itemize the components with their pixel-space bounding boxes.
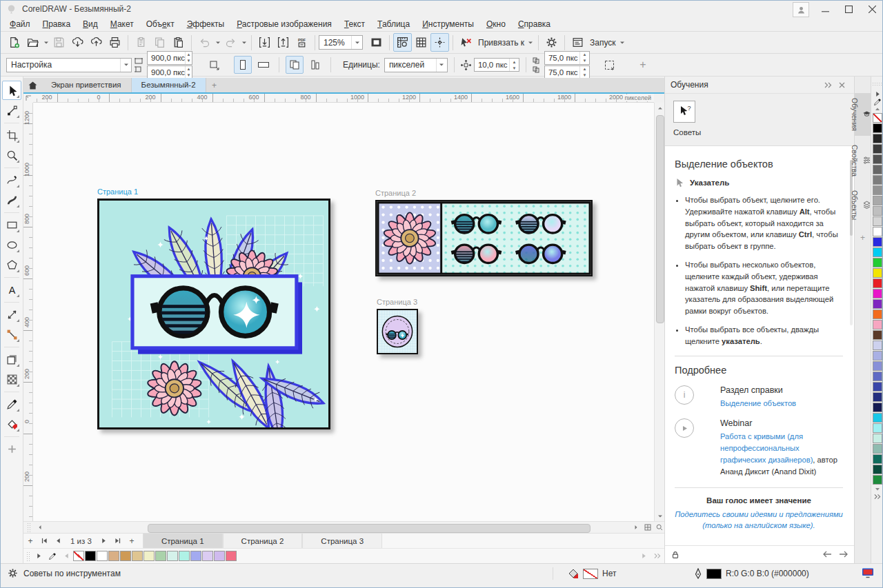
interactive-fill-tool[interactable] [2, 414, 21, 434]
duplicate-x-spinner[interactable]: ▲▼ [579, 52, 589, 64]
ruler-origin-icon[interactable] [23, 94, 34, 103]
page3-artwork[interactable] [377, 309, 418, 354]
zoom-tool[interactable] [2, 145, 21, 165]
current-page-button[interactable] [306, 56, 324, 74]
ellipse-tool[interactable] [2, 235, 21, 254]
new-document-icon[interactable] [5, 33, 23, 52]
chevron-down-icon[interactable] [42, 34, 50, 51]
color-eyedropper-tool[interactable] [2, 394, 21, 414]
shape-tool[interactable] [2, 101, 21, 120]
cloud-download-icon[interactable] [68, 33, 87, 52]
duplicate-y-field[interactable]: 75,0 пкс ▲▼ [544, 65, 590, 79]
feedback-link[interactable]: Поделитесь своими идеями и предложениями… [675, 510, 843, 530]
snap-off-icon[interactable] [457, 33, 475, 52]
page2-artwork[interactable] [375, 200, 593, 276]
pan-mode-icon[interactable] [642, 522, 653, 532]
open-icon[interactable] [23, 33, 42, 52]
scroll-down-icon[interactable] [655, 511, 665, 521]
maximize-button[interactable] [837, 1, 860, 17]
page-height-field[interactable]: 900,0 пкс ▲▼ [147, 65, 192, 79]
scroll-right-icon[interactable] [631, 522, 641, 532]
palette-flyout-icon[interactable] [873, 90, 882, 98]
color-swatch[interactable] [167, 551, 178, 561]
color-swatch[interactable] [873, 144, 882, 154]
last-page-icon[interactable] [111, 534, 125, 548]
chevron-down-icon[interactable] [240, 34, 248, 51]
color-swatch[interactable] [873, 403, 882, 412]
next-page-icon[interactable] [97, 534, 111, 548]
polygon-tool[interactable] [2, 255, 21, 274]
freehand-tool[interactable] [2, 170, 21, 190]
drawing-canvas[interactable]: Страница 1 Страница 2 Страница 3 [33, 103, 654, 521]
color-swatch[interactable] [873, 123, 882, 133]
menu-текст[interactable]: Текст [338, 18, 371, 30]
docker-tab-свойства[interactable]: Свойства [855, 140, 871, 181]
page-preset-select[interactable]: Настройка [6, 58, 132, 72]
scroll-left-icon[interactable] [34, 522, 45, 532]
page-tab[interactable]: Страница 1 [143, 534, 223, 549]
docker-scrollbar[interactable] [850, 160, 853, 325]
palette-expand-icon[interactable] [873, 493, 882, 500]
color-swatch[interactable] [873, 310, 882, 319]
nudge-spinner[interactable]: ▲▼ [509, 59, 519, 71]
vertical-scroll-thumb[interactable] [656, 115, 664, 323]
menu-эффекты[interactable]: Эффекты [181, 18, 231, 30]
lock-icon[interactable] [671, 550, 680, 560]
close-button[interactable] [860, 1, 883, 17]
webinar-link[interactable]: Работа с кривыми (для непрофессиональных… [720, 432, 813, 464]
chevron-down-icon[interactable] [214, 34, 221, 51]
color-swatch[interactable] [873, 361, 882, 371]
color-swatch[interactable] [873, 185, 882, 195]
treat-as-filled-button[interactable] [601, 56, 619, 74]
palette-grip[interactable] [873, 82, 882, 86]
undo-icon[interactable] [195, 33, 214, 52]
nudge-distance-field[interactable]: 10,0 пкс ▲▼ [474, 58, 519, 72]
color-swatch[interactable] [873, 196, 882, 205]
color-swatch[interactable] [226, 551, 237, 561]
horizontal-scroll-thumb[interactable] [148, 524, 591, 533]
snap-to-label[interactable]: Привязать к [475, 38, 527, 48]
landscape-button[interactable] [255, 56, 272, 74]
options-gear-icon[interactable] [542, 33, 561, 52]
color-swatch[interactable] [873, 351, 882, 361]
add-property-icon[interactable]: + [634, 56, 652, 74]
launch-label[interactable]: Запуск [587, 38, 619, 48]
color-swatch[interactable] [873, 413, 882, 423]
menu-таблица[interactable]: Таблица [371, 18, 416, 30]
palette-eyedropper-icon[interactable] [46, 549, 59, 563]
fullscreen-icon[interactable] [367, 33, 386, 52]
status-gear-icon[interactable] [8, 568, 18, 578]
palette-scroll-right-icon[interactable] [637, 549, 651, 563]
palette-grip[interactable] [26, 551, 30, 561]
rectangle-tool[interactable] [2, 215, 21, 234]
horizontal-scroll-track[interactable] [44, 523, 637, 533]
page-tab[interactable]: Страница 2 [223, 534, 303, 549]
forward-arrow-icon[interactable] [839, 551, 849, 559]
menu-файл[interactable]: Файл [3, 18, 37, 30]
color-swatch[interactable] [873, 423, 882, 433]
docker-close-icon[interactable] [835, 78, 849, 92]
palette-flyout-icon[interactable] [32, 549, 46, 563]
color-swatch[interactable] [179, 551, 190, 561]
zoom-level-select[interactable]: 125% [319, 35, 363, 50]
page-height-spinner[interactable]: ▲▼ [185, 66, 192, 79]
pick-tool[interactable] [2, 81, 21, 100]
cut-icon[interactable] [132, 33, 150, 52]
drop-shadow-tool[interactable] [2, 349, 21, 369]
menu-правка[interactable]: Правка [37, 18, 77, 30]
duplicate-x-field[interactable]: 75,0 пкс ▲▼ [544, 51, 590, 65]
crop-tool[interactable] [2, 125, 21, 145]
paste-icon[interactable] [169, 33, 188, 52]
color-swatch[interactable] [873, 206, 882, 216]
color-swatch-none[interactable] [73, 551, 84, 561]
print-icon[interactable] [106, 33, 124, 52]
palette-scroll-down-icon[interactable] [873, 485, 882, 493]
palette-eyedropper-icon[interactable] [873, 98, 882, 105]
docker-tab-обучения[interactable]: Обучения [855, 93, 871, 136]
back-arrow-icon[interactable] [822, 551, 832, 559]
color-swatch[interactable] [873, 299, 882, 309]
color-swatch[interactable] [132, 551, 143, 561]
add-page-after-button[interactable]: + [125, 534, 139, 548]
color-swatch[interactable] [155, 551, 166, 561]
page-width-field[interactable]: 900,0 пкс ▲▼ [147, 51, 192, 65]
